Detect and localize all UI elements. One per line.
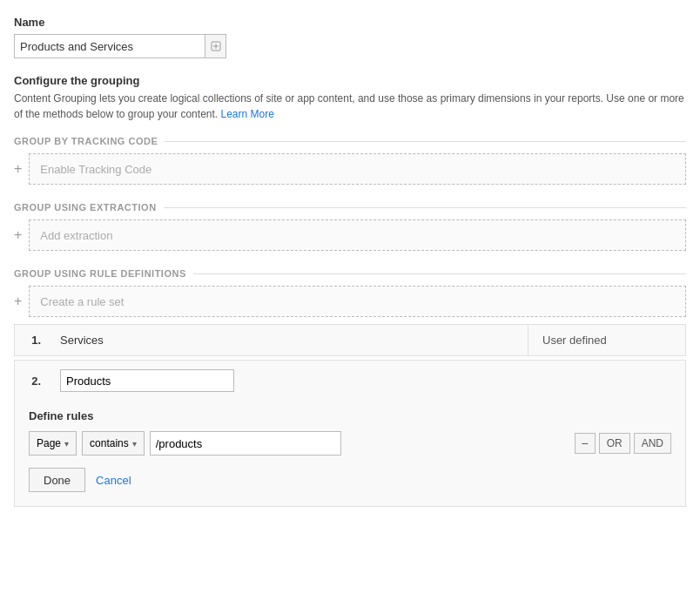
group-tracking-section: GROUP BY TRACKING CODE + Enable Tracking… <box>14 136 686 185</box>
and-btn[interactable]: AND <box>634 433 671 454</box>
define-rules-title: Define rules <box>29 409 671 422</box>
add-extraction-box[interactable]: Add extraction <box>29 219 686 251</box>
enable-tracking-plus-btn[interactable]: + <box>14 162 22 176</box>
enable-tracking-box[interactable]: Enable Tracking Code <box>29 153 686 185</box>
rule2-wrapper: 2. Define rules Page ▾ contains ▾ − <box>14 360 686 507</box>
edit-icon[interactable] <box>205 34 226 58</box>
enable-tracking-label: Enable Tracking Code <box>40 163 151 176</box>
name-section: Name <box>14 16 686 58</box>
cancel-link[interactable]: Cancel <box>96 474 131 487</box>
group-extraction-heading-row: GROUP USING EXTRACTION <box>14 202 686 213</box>
or-btn[interactable]: OR <box>599 433 630 454</box>
rule-actions: − OR AND <box>575 433 671 454</box>
rule2-header: 2. <box>15 361 685 401</box>
configure-desc: Content Grouping lets you create logical… <box>14 91 686 122</box>
rule1-wrapper: 1. Services User defined <box>14 324 686 356</box>
group-rule-divider <box>193 273 686 274</box>
contains-dropdown[interactable]: contains ▾ <box>82 431 145 456</box>
group-rule-heading: GROUP USING RULE DEFINITIONS <box>14 268 186 279</box>
rule2-body: Define rules Page ▾ contains ▾ − OR <box>15 401 685 506</box>
name-label: Name <box>14 16 686 29</box>
enable-tracking-row: + Enable Tracking Code <box>14 153 686 185</box>
contains-dropdown-arrow: ▾ <box>132 439 137 449</box>
group-extraction-divider <box>164 207 686 208</box>
configure-title: Configure the grouping <box>14 74 686 87</box>
group-extraction-section: GROUP USING EXTRACTION + Add extraction <box>14 202 686 251</box>
rule1-type: User defined <box>528 325 685 355</box>
name-input-wrapper <box>14 34 686 58</box>
define-rules-row: Page ▾ contains ▾ − OR AND <box>29 431 671 456</box>
group-tracking-divider <box>165 141 686 142</box>
done-cancel-row: Done Cancel <box>29 468 671 492</box>
group-extraction-heading: GROUP USING EXTRACTION <box>14 202 157 213</box>
group-tracking-heading-row: GROUP BY TRACKING CODE <box>14 136 686 146</box>
rule1-name: Services <box>50 325 528 355</box>
rule2-name-input-wrapper <box>50 361 685 401</box>
value-input[interactable] <box>150 431 341 456</box>
create-rule-box[interactable]: Create a rule set <box>29 286 686 317</box>
rule1-row: 1. Services User defined <box>14 324 686 356</box>
rule1-num: 1. <box>15 334 50 347</box>
done-button[interactable]: Done <box>29 468 85 492</box>
learn-more-link[interactable]: Learn More <box>221 108 274 120</box>
group-rule-section: GROUP USING RULE DEFINITIONS + Create a … <box>14 268 686 507</box>
name-input[interactable] <box>14 34 205 58</box>
group-rule-heading-row: GROUP USING RULE DEFINITIONS <box>14 268 686 279</box>
configure-desc-text: Content Grouping lets you create logical… <box>14 92 684 120</box>
minus-btn[interactable]: − <box>575 433 596 454</box>
create-rule-row: + Create a rule set <box>14 286 686 317</box>
rule2-name-input[interactable] <box>60 369 234 392</box>
page-dropdown[interactable]: Page ▾ <box>29 431 77 456</box>
add-extraction-plus-btn[interactable]: + <box>14 228 22 242</box>
add-extraction-label: Add extraction <box>40 229 112 242</box>
group-tracking-heading: GROUP BY TRACKING CODE <box>14 136 158 146</box>
page-dropdown-arrow: ▾ <box>64 439 69 449</box>
contains-dropdown-label: contains <box>90 437 129 449</box>
add-extraction-row: + Add extraction <box>14 219 686 251</box>
create-rule-plus-btn[interactable]: + <box>14 294 22 308</box>
create-rule-label: Create a rule set <box>40 295 124 308</box>
rule2-num: 2. <box>15 375 50 388</box>
page-dropdown-label: Page <box>37 437 61 449</box>
